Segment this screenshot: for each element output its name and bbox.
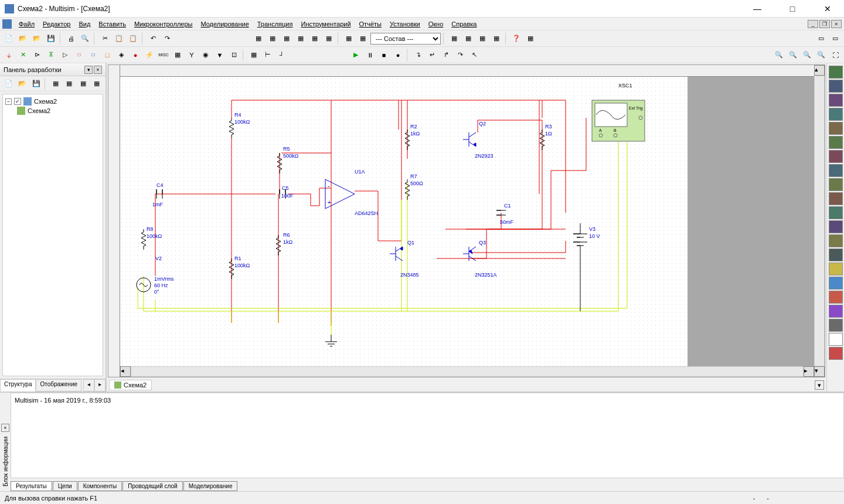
scroll-down-button[interactable]: ▾ xyxy=(814,366,825,377)
word-gen-icon[interactable] xyxy=(829,164,843,177)
distortion-icon[interactable] xyxy=(829,220,843,233)
tb-l-icon[interactable]: ▦ xyxy=(490,32,503,45)
tree-child-node[interactable]: Схема2 xyxy=(17,106,100,115)
schematic-canvas[interactable]: - + xyxy=(108,64,825,377)
step-icon[interactable]: ↴ xyxy=(411,49,424,62)
tb-d-icon[interactable]: ▦ xyxy=(294,32,307,45)
current-probe-icon[interactable] xyxy=(829,347,843,360)
scroll-track-h[interactable] xyxy=(131,366,804,377)
agilent-scope-icon[interactable] xyxy=(829,291,843,304)
oscilloscope-icon[interactable] xyxy=(829,108,843,121)
tab-display[interactable]: Отображение xyxy=(36,379,81,391)
electro-icon[interactable]: ◉ xyxy=(199,49,212,62)
menu-simulate[interactable]: Моделирование xyxy=(197,19,252,29)
tree-checkbox[interactable]: ✓ xyxy=(14,98,21,105)
menu-insert[interactable]: Вставить xyxy=(95,19,130,29)
labview-icon[interactable] xyxy=(829,319,843,332)
measure-probe-icon[interactable] xyxy=(829,333,843,346)
menu-file[interactable]: Файл xyxy=(15,19,38,29)
pause-icon[interactable]: ⏸ xyxy=(363,49,376,62)
cut-icon[interactable]: ✂ xyxy=(98,32,111,45)
ttl-icon[interactable]: □ xyxy=(73,49,86,62)
panel-dock-button[interactable]: ▾ xyxy=(84,66,93,74)
canvas-scrollbar-h[interactable]: ◂ ▸ xyxy=(120,366,814,377)
open-icon[interactable]: 📂 xyxy=(16,32,29,45)
menu-mcu[interactable]: Микроконтроллеры xyxy=(131,19,196,29)
tb-h-icon[interactable]: ▦ xyxy=(356,32,369,45)
menu-edit[interactable]: Редактор xyxy=(39,19,74,29)
tb-k-icon[interactable]: ▦ xyxy=(476,32,489,45)
tek-scope-icon[interactable] xyxy=(829,305,843,318)
design-a-icon[interactable]: ▦ xyxy=(49,77,62,90)
tab-components[interactable]: Компоненты xyxy=(78,481,122,491)
junction-icon[interactable]: ┘ xyxy=(275,49,288,62)
cursor-icon[interactable]: ↖ xyxy=(468,49,481,62)
agilent-mm-icon[interactable] xyxy=(829,277,843,290)
scroll-left-button[interactable]: ◂ xyxy=(120,366,131,377)
funcgen-icon[interactable] xyxy=(829,80,843,93)
tab-structure[interactable]: Структура xyxy=(0,379,36,391)
tb-i-icon[interactable]: ▦ xyxy=(448,32,461,45)
mixed-icon[interactable]: ◈ xyxy=(115,49,128,62)
logic-conv-icon[interactable] xyxy=(829,192,843,205)
open-design-icon[interactable]: 📂 xyxy=(16,77,28,90)
tab-simulation[interactable]: Моделирование xyxy=(183,481,238,491)
stop-icon[interactable]: ■ xyxy=(377,49,390,62)
ground-icon[interactable]: ⏚ xyxy=(2,49,15,62)
spectrum-icon[interactable] xyxy=(829,234,843,247)
tb-g-icon[interactable]: ▦ xyxy=(342,32,355,45)
design-tree[interactable]: − ✓ Схема2 Схема2 xyxy=(2,94,103,376)
hier-icon[interactable]: ▦ xyxy=(247,49,260,62)
advanced-icon[interactable]: ▦ xyxy=(171,49,184,62)
rf-icon[interactable]: Y xyxy=(185,49,198,62)
menu-reports[interactable]: Отчёты xyxy=(356,19,385,29)
copy-icon[interactable]: 📋 xyxy=(113,32,125,45)
iv-analyzer-icon[interactable] xyxy=(829,206,843,219)
zoom-in-icon[interactable]: 🔍 xyxy=(772,49,785,62)
menu-transfer[interactable]: Трансляция xyxy=(254,19,297,29)
step-out-icon[interactable]: ↱ xyxy=(440,49,452,62)
freq-counter-icon[interactable] xyxy=(829,150,843,163)
4ch-scope-icon[interactable] xyxy=(829,122,843,135)
logic-analyzer-icon[interactable] xyxy=(829,178,843,191)
zoom-out-icon[interactable]: 🔍 xyxy=(787,49,799,62)
open-app-icon[interactable]: 📂 xyxy=(30,32,43,45)
step-into-icon[interactable]: ↵ xyxy=(426,49,438,62)
switch2-icon[interactable]: ▭ xyxy=(829,32,842,45)
mdi-restore[interactable]: ❐ xyxy=(819,20,830,28)
misc-icon[interactable]: MISC xyxy=(157,49,170,62)
tb-c-icon[interactable]: ▦ xyxy=(280,32,293,45)
tab-scroll-right[interactable]: ▸ xyxy=(94,379,106,391)
new-icon[interactable]: 📄 xyxy=(2,32,15,45)
tb-m-icon[interactable]: ▦ xyxy=(524,32,537,45)
switch1-icon[interactable]: ▭ xyxy=(815,32,828,45)
agilent-fg-icon[interactable] xyxy=(829,263,843,275)
misc-dig-icon[interactable]: □ xyxy=(101,49,114,62)
save-icon[interactable]: 💾 xyxy=(45,32,57,45)
bus-icon[interactable]: ⊢ xyxy=(261,49,274,62)
record-icon[interactable]: ● xyxy=(392,49,404,62)
opamp-icon[interactable]: ▷ xyxy=(59,49,72,62)
scroll-right-button[interactable]: ▸ xyxy=(804,366,814,377)
tb-b-icon[interactable]: ▦ xyxy=(266,32,279,45)
tab-results[interactable]: Результаты xyxy=(11,481,52,491)
tb-e-icon[interactable]: ▦ xyxy=(308,32,321,45)
run-icon[interactable]: ▶ xyxy=(349,49,362,62)
tab-copper[interactable]: Проводящий слой xyxy=(122,481,182,491)
info-panel-close[interactable]: × xyxy=(1,424,9,432)
new-design-icon[interactable]: 📄 xyxy=(2,77,15,90)
undo-icon[interactable]: ↶ xyxy=(147,32,159,45)
resistor-icon[interactable]: ✕ xyxy=(16,49,29,62)
maximize-button[interactable]: □ xyxy=(781,2,804,16)
tab-nets[interactable]: Цепи xyxy=(53,481,77,491)
mcu-icon[interactable]: ▼ xyxy=(213,49,226,62)
schematic-area[interactable]: - + xyxy=(120,77,814,366)
wattmeter-icon[interactable] xyxy=(829,94,843,107)
tb-a-icon[interactable]: ▦ xyxy=(252,32,265,45)
connector-icon[interactable]: ⊡ xyxy=(227,49,240,62)
save-design-icon[interactable]: 💾 xyxy=(30,77,42,90)
network-icon[interactable] xyxy=(829,248,843,261)
tab-menu-button[interactable]: ▾ xyxy=(815,380,824,390)
power-icon[interactable]: ⚡ xyxy=(143,49,156,62)
panel-close-button[interactable]: × xyxy=(94,66,102,74)
